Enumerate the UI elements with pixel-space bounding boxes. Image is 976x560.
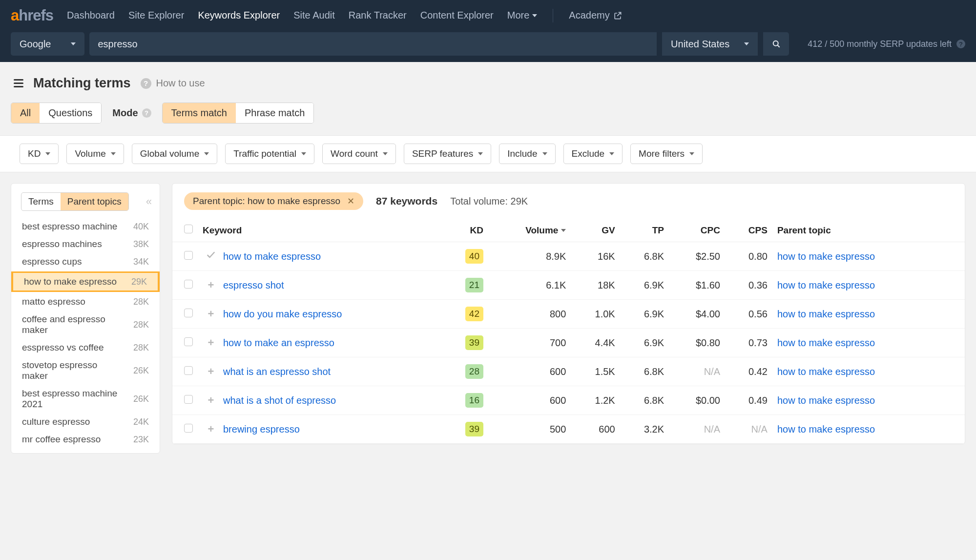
tab-questions[interactable]: Questions xyxy=(40,103,101,123)
col-gv[interactable]: GV xyxy=(571,219,620,242)
filter-exclude[interactable]: Exclude xyxy=(563,144,623,164)
collapse-button[interactable]: « xyxy=(146,195,150,208)
parent-topic-link[interactable]: how to make espresso xyxy=(777,251,875,262)
logo[interactable]: ahrefs xyxy=(11,7,53,24)
chevron-down-icon xyxy=(542,152,547,155)
row-checkbox[interactable] xyxy=(184,366,193,375)
table-row: +what is a shot of espresso166001.2K6.8K… xyxy=(172,386,965,415)
col-cps[interactable]: CPS xyxy=(725,219,772,242)
col-cpc[interactable]: CPC xyxy=(669,219,725,242)
sidebar-item-count: 28K xyxy=(133,297,149,307)
filter-include[interactable]: Include xyxy=(499,144,555,164)
filter-kd[interactable]: KD xyxy=(20,144,59,164)
cell-volume: 500 xyxy=(488,415,571,444)
sidebar-item[interactable]: esspresso vs coffee28K xyxy=(11,339,160,356)
results-panel: Parent topic: how to make espresso ✕ 87 … xyxy=(172,183,965,444)
parent-topic-link[interactable]: how to make espresso xyxy=(777,280,875,290)
add-icon[interactable]: + xyxy=(206,365,216,378)
search-engine-select[interactable]: Google xyxy=(11,32,84,56)
row-checkbox[interactable] xyxy=(184,280,193,289)
cell-cps: 0.56 xyxy=(725,300,772,329)
sidebar-toggle-button[interactable] xyxy=(14,79,23,87)
nav-dashboard[interactable]: Dashboard xyxy=(67,10,115,21)
keyword-link[interactable]: how to make espresso xyxy=(223,251,321,262)
sidebar-tab-terms[interactable]: Terms xyxy=(21,193,61,210)
sidebar-item[interactable]: mr coffee espresso23K xyxy=(11,431,160,448)
how-to-use-link[interactable]: ? How to use xyxy=(141,78,205,89)
parent-topic-link[interactable]: how to make espresso xyxy=(777,424,875,435)
sidebar-item[interactable]: stovetop espresso maker26K xyxy=(11,356,160,385)
filter-traffic-potential[interactable]: Traffic potential xyxy=(225,144,314,164)
filter-global-volume[interactable]: Global volume xyxy=(132,144,217,164)
keyword-link[interactable]: brewing espresso xyxy=(223,424,300,435)
sidebar-item[interactable]: best espresso machine 202126K xyxy=(11,385,160,413)
sidebar-item[interactable]: matto espresso28K xyxy=(11,293,160,311)
sidebar-item[interactable]: coffee and espresso maker28K xyxy=(11,311,160,339)
nav-more[interactable]: More xyxy=(507,10,538,21)
serp-credits: 412 / 500 monthly SERP updates left ? xyxy=(808,39,965,49)
active-filter-chip: Parent topic: how to make espresso ✕ xyxy=(184,192,363,210)
keyword-link[interactable]: espresso shot xyxy=(223,280,284,290)
nav-site-audit[interactable]: Site Audit xyxy=(293,10,335,21)
row-checkbox[interactable] xyxy=(184,337,193,346)
keyword-link[interactable]: what is an espresso shot xyxy=(223,366,331,377)
country-label: United States xyxy=(671,39,729,50)
sidebar-tab-parent-topics[interactable]: Parent topics xyxy=(61,193,128,210)
tab-terms-match[interactable]: Terms match xyxy=(163,103,236,123)
parent-topic-link[interactable]: how to make espresso xyxy=(777,309,875,319)
nav-keywords-explorer[interactable]: Keywords Explorer xyxy=(198,10,280,21)
add-icon[interactable]: + xyxy=(206,423,216,436)
external-link-icon xyxy=(613,11,623,21)
row-checkbox[interactable] xyxy=(184,309,193,317)
cell-cpc: N/A xyxy=(669,415,725,444)
question-icon[interactable]: ? xyxy=(142,108,151,118)
search-button[interactable] xyxy=(763,32,789,56)
cell-tp: 6.9K xyxy=(620,271,669,300)
keyword-link[interactable]: how to make an espresso xyxy=(223,337,334,348)
cell-cpc: N/A xyxy=(669,357,725,386)
row-checkbox[interactable] xyxy=(184,424,193,433)
filter-more[interactable]: More filters xyxy=(630,144,703,164)
tab-phrase-match[interactable]: Phrase match xyxy=(236,103,313,123)
nav-rank-tracker[interactable]: Rank Tracker xyxy=(349,10,407,21)
col-volume[interactable]: Volume xyxy=(488,219,571,242)
sidebar-item[interactable]: culture espresso24K xyxy=(11,413,160,431)
filter-serp-features[interactable]: SERP features xyxy=(404,144,491,164)
parent-topic-link[interactable]: how to make espresso xyxy=(777,395,875,406)
sidebar-item[interactable]: espresso machines38K xyxy=(11,235,160,253)
col-kd[interactable]: KD xyxy=(442,219,488,242)
select-all-checkbox[interactable] xyxy=(184,225,193,233)
col-tp[interactable]: TP xyxy=(620,219,669,242)
add-icon[interactable]: + xyxy=(206,336,216,349)
filter-word-count[interactable]: Word count xyxy=(322,144,396,164)
sidebar-item[interactable]: best espresso machine40K xyxy=(11,218,160,235)
add-icon[interactable]: + xyxy=(206,279,216,291)
table-row: +brewing espresso395006003.2KN/AN/Ahow t… xyxy=(172,415,965,444)
nav-site-explorer[interactable]: Site Explorer xyxy=(128,10,185,21)
parent-topic-link[interactable]: how to make espresso xyxy=(777,366,875,377)
add-icon[interactable]: + xyxy=(206,394,216,407)
nav-academy[interactable]: Academy xyxy=(569,10,622,21)
row-checkbox[interactable] xyxy=(184,251,193,260)
nav-content-explorer[interactable]: Content Explorer xyxy=(420,10,494,21)
search-icon xyxy=(771,39,781,49)
kd-badge: 21 xyxy=(465,278,483,292)
sidebar-item[interactable]: how to make espresso29K xyxy=(11,271,160,292)
keyword-link[interactable]: what is a shot of espresso xyxy=(223,395,336,406)
keyword-link[interactable]: how do you make espresso xyxy=(223,309,342,319)
help-icon[interactable]: ? xyxy=(956,40,965,48)
col-parent[interactable]: Parent topic xyxy=(772,219,965,242)
col-keyword[interactable]: Keyword xyxy=(198,219,442,242)
filter-volume[interactable]: Volume xyxy=(66,144,124,164)
keyword-search-input[interactable] xyxy=(89,32,657,56)
country-select[interactable]: United States xyxy=(662,32,758,56)
cell-gv: 600 xyxy=(571,415,620,444)
row-checkbox[interactable] xyxy=(184,395,193,404)
add-icon[interactable]: + xyxy=(206,308,216,320)
checkmark-icon[interactable] xyxy=(206,250,216,263)
tab-all[interactable]: All xyxy=(11,103,40,123)
sidebar-item[interactable]: espresso cups34K xyxy=(11,253,160,270)
parent-topic-link[interactable]: how to make espresso xyxy=(777,337,875,348)
kd-badge: 39 xyxy=(465,335,483,350)
chip-remove-button[interactable]: ✕ xyxy=(347,196,354,207)
